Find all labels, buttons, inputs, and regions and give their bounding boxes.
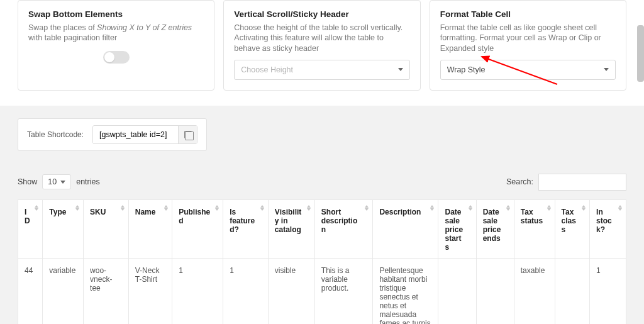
col-tax-class[interactable]: Tax class (555, 199, 590, 258)
card-title: Vertical Scroll/Sticky Header (234, 9, 409, 19)
cell-id: 44 (18, 258, 43, 324)
col-published[interactable]: Published (172, 199, 223, 258)
col-description[interactable]: Description (373, 199, 438, 258)
chevron-down-icon (60, 181, 65, 184)
cell-tax-class (555, 258, 590, 324)
show-entries: Show 10 entries (18, 174, 100, 189)
col-short-desc[interactable]: Short description (314, 199, 373, 258)
col-sku[interactable]: SKU (84, 199, 129, 258)
cell-stock: 1 (590, 258, 626, 324)
wrap-style-select[interactable]: Wrap Style (440, 60, 616, 80)
shortcode-label: Table Shortcode: (27, 130, 84, 139)
card-vertical-scroll: Vertical Scroll/Sticky Header Choose the… (223, 0, 420, 91)
col-name[interactable]: Name (128, 199, 172, 258)
col-featured[interactable]: Is featured? (223, 199, 269, 258)
card-swap-bottom: Swap Bottom Elements Swap the places of … (18, 0, 214, 91)
col-tax-status[interactable]: Tax status (514, 199, 555, 258)
card-format-table-cell: Format Table Cell Format the table cell … (430, 0, 626, 91)
col-type[interactable]: Type (43, 199, 84, 258)
cell-name: V-Neck T-Shirt (128, 258, 172, 324)
cell-type: variable (43, 258, 84, 324)
cell-description: Pellentesque habitant morbi tristique se… (373, 258, 438, 324)
search-wrap: Search: (506, 174, 626, 191)
card-title: Swap Bottom Elements (28, 9, 204, 19)
scrollbar[interactable] (637, 25, 644, 82)
col-date-sale-ends[interactable]: Date sale price ends (476, 199, 514, 258)
cell-dsps (438, 258, 476, 324)
cell-tax-status: taxable (514, 258, 555, 324)
shortcode-input[interactable] (93, 126, 178, 143)
cell-visibility: visible (268, 258, 314, 324)
cell-short: This is a variable product. (314, 258, 373, 324)
data-table: ID Type SKU Name Published Is featured? … (18, 199, 626, 324)
table-header-row: ID Type SKU Name Published Is featured? … (18, 199, 626, 258)
table-row: 44 variable woo-vneck-tee V-Neck T-Shirt… (18, 258, 626, 324)
card-title: Format Table Cell (440, 9, 616, 19)
chevron-down-icon (398, 68, 403, 71)
card-desc: Format the table cell as like google she… (440, 23, 616, 53)
col-in-stock[interactable]: In stock? (590, 199, 626, 258)
card-desc: Choose the height of the table to scroll… (234, 23, 409, 53)
cell-published: 1 (172, 258, 223, 324)
entries-select[interactable]: 10 (42, 174, 71, 189)
col-id[interactable]: ID (18, 199, 43, 258)
col-visibility[interactable]: Visibility in catalog (268, 199, 314, 258)
cell-featured: 1 (223, 258, 269, 324)
choose-height-select[interactable]: Choose Height (234, 60, 409, 80)
card-desc: Swap the places of Showing X to Y of Z e… (28, 23, 204, 43)
chevron-down-icon (604, 68, 609, 71)
search-input[interactable] (538, 174, 626, 191)
cell-sku: woo-vneck-tee (84, 258, 129, 324)
shortcode-box: Table Shortcode: (18, 118, 207, 151)
copy-button[interactable] (178, 126, 197, 143)
cell-dspe (476, 258, 514, 324)
col-date-sale-starts[interactable]: Date sale price starts (438, 199, 476, 258)
copy-icon (184, 131, 192, 138)
swap-toggle[interactable] (103, 51, 130, 64)
